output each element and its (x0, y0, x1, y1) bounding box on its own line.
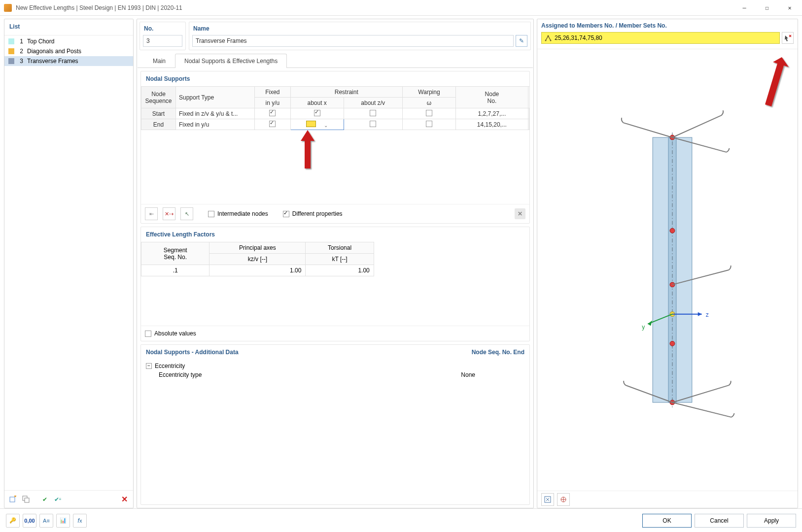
nodal-supports-title: Nodal Supports (141, 71, 529, 86)
different-properties-checkbox[interactable]: Different properties (283, 210, 343, 217)
list-item-diagonals[interactable]: 2 Diagonals and Posts (4, 46, 133, 56)
row-end-nodes: 14,15,20,... (456, 119, 528, 130)
check-teal-icon[interactable]: ✔≡ (52, 494, 64, 505)
svg-point-4 (545, 40, 547, 41)
assigned-panel: Assigned to Members No. / Member Sets No… (537, 19, 798, 508)
th-principal: Principal axes (209, 242, 306, 254)
th-kt: kT [--] (306, 254, 374, 265)
no-label: No. (140, 22, 185, 34)
assigned-members-input[interactable]: 25,26,31,74,75,80 (541, 32, 780, 44)
tab-nodal[interactable]: Nodal Supports & Effective Lengths (175, 54, 287, 68)
center-panel: No. 3 Name Transverse Frames ✎ Main Noda… (137, 19, 534, 508)
bottom-bar: 🔑 0,00 A≡ 📊 fx OK Cancel Apply (0, 508, 802, 532)
units-icon[interactable]: 0,00 (23, 514, 36, 528)
th-restraint: Restraint (290, 87, 402, 98)
th-about-zv: about z/v (344, 98, 402, 108)
effective-length-table: SegmentSeq. No. Principal axes Torsional… (141, 242, 374, 276)
elf-row-kt[interactable]: 1.00 (306, 265, 374, 276)
color-swatch (8, 38, 14, 44)
color-swatch (8, 48, 14, 54)
axis-y-label: y (642, 324, 645, 331)
effective-length-title: Effective Length Factors (141, 227, 529, 242)
row-end-type[interactable]: Fixed in y/u (176, 119, 255, 130)
svg-point-6 (550, 40, 552, 41)
members-icon (545, 34, 552, 41)
svg-rect-0 (10, 497, 15, 502)
text-settings-icon[interactable]: A≡ (39, 514, 53, 528)
maximize-button[interactable]: ☐ (756, 0, 778, 15)
viewer-option2-icon[interactable] (557, 493, 570, 506)
help-icon[interactable]: 🔑 (6, 514, 20, 528)
no-input[interactable]: 3 (143, 35, 182, 47)
list-panel: List 1 Top Chord 2 Diagonals and Posts 3… (4, 19, 134, 508)
new-item-icon[interactable] (7, 494, 19, 505)
th-warping-w: ω (402, 98, 455, 108)
edit-name-icon[interactable]: ✎ (516, 35, 527, 47)
list-item-top-chord[interactable]: 1 Top Chord (4, 36, 133, 46)
svg-marker-17 (698, 312, 702, 316)
row-start-type[interactable]: Fixed in z/v & y/u & t... (176, 108, 255, 119)
model-viewer[interactable]: z y (537, 49, 798, 491)
th-node-no: NodeNo. (456, 87, 528, 108)
row-start-seq: Start (141, 108, 176, 119)
apply-button[interactable]: Apply (747, 514, 796, 528)
delete-support-icon[interactable]: ✕⇢ (163, 207, 175, 220)
row-end-about-zv[interactable] (344, 119, 402, 130)
row-start-nodes: 1,2,7,27,... (456, 108, 528, 119)
collapse-icon[interactable]: − (146, 363, 152, 369)
title-bar: New Effective Lengths | Steel Design | E… (0, 0, 802, 16)
effective-length-section: Effective Length Factors SegmentSeq. No.… (140, 227, 530, 341)
function-icon[interactable]: fx (73, 514, 87, 528)
absolute-values-checkbox[interactable]: Absolute values (145, 330, 525, 337)
row-end-seq: End (141, 119, 176, 130)
assigned-title: Assigned to Members No. / Member Sets No… (541, 22, 794, 32)
pick-members-icon[interactable] (782, 32, 794, 44)
th-node-seq: NodeSequence (141, 87, 176, 108)
additional-data-section: Nodal Supports - Additional Data Node Se… (140, 344, 530, 505)
delete-icon[interactable]: ✕ (118, 494, 130, 505)
nodal-supports-table: NodeSequence Support Type Fixed Restrain… (141, 86, 529, 130)
cancel-button[interactable]: Cancel (695, 514, 744, 528)
svg-point-11 (670, 228, 675, 233)
name-label: Name (189, 22, 530, 34)
viewer-option1-icon[interactable] (541, 493, 554, 506)
th-fixed-yu: in y/u (255, 98, 291, 108)
elf-row-kzv[interactable]: 1.00 (209, 265, 306, 276)
svg-rect-2 (25, 498, 29, 502)
name-input[interactable]: Transverse Frames (192, 35, 514, 47)
svg-point-5 (548, 35, 549, 37)
list-header: List (4, 19, 133, 35)
copy-item-icon[interactable] (20, 494, 32, 505)
collapse-section-icon[interactable]: ✕ (515, 208, 525, 219)
th-about-x: about x (290, 98, 344, 108)
jump-first-icon[interactable]: ⇤ (145, 207, 158, 220)
chart-settings-icon[interactable]: 📊 (56, 514, 70, 528)
th-segment: SegmentSeq. No. (141, 242, 209, 265)
color-swatch (8, 58, 14, 64)
check-green-icon[interactable]: ✔ (39, 494, 51, 505)
row-end-fixed-yu[interactable] (255, 119, 291, 130)
row-start-fixed-yu[interactable] (255, 108, 291, 119)
row-start-about-x[interactable] (290, 108, 344, 119)
th-kzv: kz/v [--] (209, 254, 306, 265)
th-torsional: Torsional (306, 242, 374, 254)
th-support-type: Support Type (176, 87, 255, 108)
row-start-warping[interactable] (402, 108, 455, 119)
tree-group-eccentricity[interactable]: − Eccentricity (141, 362, 529, 370)
row-start-about-zv[interactable] (344, 108, 402, 119)
row-end-about-x[interactable]: ⌄ (290, 119, 344, 130)
nodal-supports-section: Nodal Supports NodeSequence Support Type… (140, 71, 530, 224)
row-end-warping[interactable] (402, 119, 455, 130)
th-fixed: Fixed (255, 87, 291, 98)
tree-item-eccentricity-type[interactable]: Eccentricity type None (155, 370, 529, 379)
additional-title: Nodal Supports - Additional Data Node Se… (141, 345, 529, 360)
ok-button[interactable]: OK (642, 514, 692, 528)
minimize-button[interactable]: — (733, 0, 756, 15)
select-node-icon[interactable]: ↖ (180, 207, 193, 220)
window-title: New Effective Lengths | Steel Design | E… (16, 4, 182, 11)
intermediate-nodes-checkbox[interactable]: Intermediate nodes (208, 210, 268, 217)
list-item-transverse[interactable]: 3 Transverse Frames (4, 56, 133, 66)
close-button[interactable]: ✕ (778, 0, 801, 15)
tab-main[interactable]: Main (143, 54, 175, 68)
app-icon (4, 4, 12, 12)
